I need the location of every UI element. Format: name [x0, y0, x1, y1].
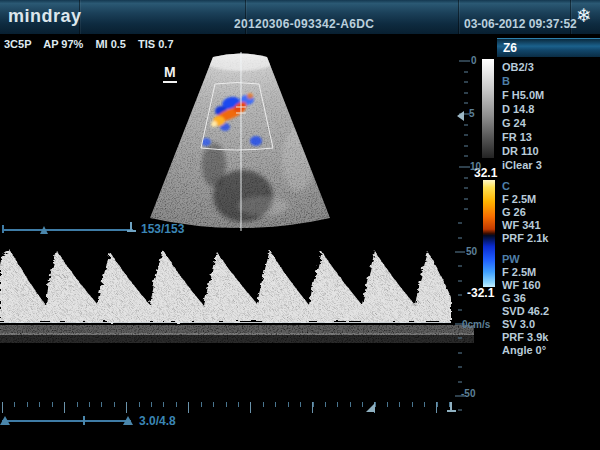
c-section-header: C	[502, 180, 598, 193]
pw-param: PRF 3.9k	[502, 331, 598, 344]
pw-section-header: PW	[502, 253, 598, 266]
pw-param: F 2.5M	[502, 266, 598, 279]
pw-param: SV 3.0	[502, 318, 598, 331]
pw-param: WF 160	[502, 279, 598, 292]
b-param: iClear 3	[502, 158, 598, 172]
thermal-index: TIS 0.7	[138, 38, 173, 50]
c-param: F 2.5M	[502, 193, 598, 206]
cine-progress-bar[interactable]	[2, 222, 136, 234]
b-param: D 14.8	[502, 102, 598, 116]
velocity-ruler	[455, 223, 465, 410]
title-bar: mindray 20120306-093342-A6DC 03-06-2012 …	[0, 0, 600, 35]
b-param: F H5.0M	[502, 88, 598, 102]
c-param: PRF 2.1k	[502, 232, 598, 245]
velocity-label-neg: -50	[461, 388, 475, 399]
ultrasound-screen: mindray 20120306-093342-A6DC 03-06-2012 …	[0, 0, 600, 450]
grayscale-bar	[482, 59, 494, 158]
depth-label-0: 0	[471, 55, 477, 66]
depth-label-5: 5	[469, 108, 475, 119]
b-param: DR 110	[502, 144, 598, 158]
pw-param: SVD 46.2	[502, 305, 598, 318]
focus-position-marker[interactable]	[457, 111, 464, 121]
pw-param: Angle 0°	[502, 344, 598, 357]
parameter-sidebar: OB2/3 B F H5.0M D 14.8 G 24 FR 13 DR 110…	[502, 60, 598, 357]
datetime: 03-06-2012 09:37:52	[464, 17, 577, 31]
depth-ruler	[459, 61, 470, 209]
probe-status-bar: 3C5P AP 97% MI 0.5 TIS 0.7	[4, 38, 183, 50]
freeze-snowflake-icon: ❄	[576, 4, 592, 27]
time-ruler	[2, 402, 454, 413]
c-param: WF 341	[502, 219, 598, 232]
mindray-logo: mindray	[8, 6, 82, 27]
mechanical-index: MI 0.5	[95, 38, 126, 50]
acoustic-power: AP 97%	[43, 38, 83, 50]
sweep-time-value: 3.0/4.8	[139, 414, 176, 428]
sweep-time-selector[interactable]	[0, 416, 133, 425]
color-doppler-scale-bar	[483, 180, 495, 287]
depth-label-10: 10	[470, 161, 481, 172]
b-param: G 24	[502, 116, 598, 130]
zoom-level-bar[interactable]: Z6	[497, 38, 600, 57]
velocity-label-pos: 50	[466, 246, 477, 257]
orientation-marker: M	[163, 64, 177, 83]
cine-frame-counter: 153/153	[141, 222, 184, 236]
probe-model: 3C5P	[4, 38, 32, 50]
velocity-label-zero: 0cm/s	[462, 319, 490, 330]
preset-label: OB2/3	[502, 60, 598, 74]
pw-param: G 36	[502, 292, 598, 305]
spectral-doppler-trace	[0, 245, 452, 342]
sweep-position-marker	[366, 403, 375, 412]
exam-id: 20120306-093342-A6DC	[234, 17, 374, 31]
b-param: FR 13	[502, 130, 598, 144]
c-param: G 26	[502, 206, 598, 219]
b-section-header: B	[502, 74, 598, 88]
color-scale-min: -32.1	[467, 286, 494, 300]
